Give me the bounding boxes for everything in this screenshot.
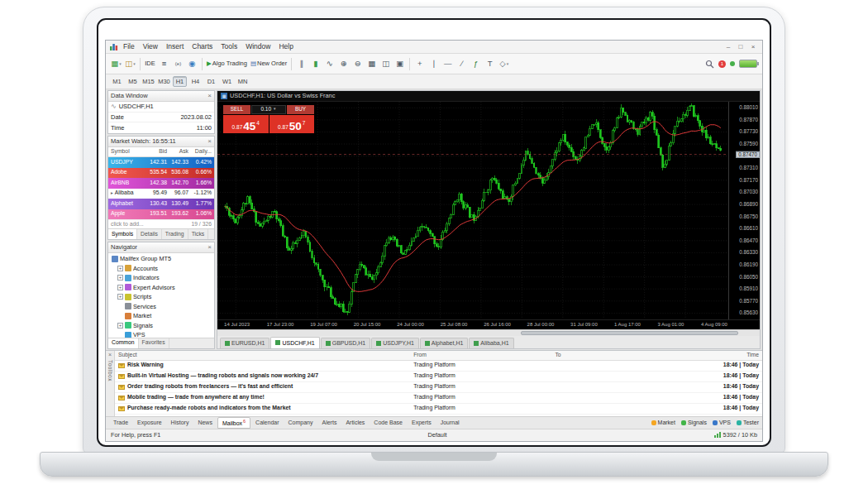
add-symbol-row[interactable]: click to add... 19 / 326 [108, 219, 214, 228]
shapes-icon[interactable]: ◇▾ [497, 56, 511, 71]
toolbox-tab-history[interactable]: History [167, 418, 193, 427]
minimize-button[interactable]: – [723, 42, 734, 51]
chart-tab-gbpusd-h1[interactable]: GBPUSD,H1 [321, 338, 370, 348]
close-icon[interactable]: × [108, 352, 112, 357]
chart-tab-alibaba-h1[interactable]: Alibaba,H1 [469, 338, 513, 348]
panel-link-tester[interactable]: Tester [737, 420, 759, 425]
line-chart-icon[interactable]: ∿ [322, 56, 336, 71]
bar-chart-icon[interactable]: ∥ [294, 56, 308, 71]
close-icon[interactable]: × [207, 138, 212, 145]
toolbox-tab-exposure[interactable]: Exposure [133, 418, 166, 427]
navigator-tab-common[interactable]: Common [108, 338, 139, 348]
community-icon[interactable]: ◉ [185, 56, 199, 71]
menu-file[interactable]: File [119, 41, 139, 52]
navigator-item-accounts[interactable]: +Accounts [108, 264, 214, 274]
timeframe-h1[interactable]: H1 [173, 76, 187, 87]
toolbox-tab-news[interactable]: News [193, 418, 217, 427]
tile-windows-icon[interactable]: ◫ [379, 56, 393, 71]
mailbox-row[interactable]: Built-in Virtual Hosting — trading robot… [115, 372, 762, 382]
timeframe-d1[interactable]: D1 [204, 76, 218, 87]
market-watch-tab-details[interactable]: Details [137, 229, 162, 239]
horizontal-scrollbar[interactable] [217, 329, 760, 336]
sell-price-button[interactable]: 0.87 45 4 [223, 115, 269, 133]
navigator-tab-favorites[interactable]: Favorites [139, 338, 169, 348]
volume-stepper[interactable]: 0.10 ▼ [251, 105, 286, 114]
expander-icon[interactable]: + [117, 285, 123, 290]
market-watch-tab-symbols[interactable]: Symbols [108, 229, 137, 239]
expander-icon[interactable]: + [117, 294, 123, 300]
navigator-item-expert-advisors[interactable]: +Expert Advisors [108, 283, 214, 293]
time-axis[interactable]: 14 Jul 202317 Jul 23:0019 Jul 07:0020 Ju… [217, 319, 760, 329]
grid-icon[interactable]: ▦ [365, 56, 379, 71]
mailbox-row[interactable]: Mobile trading — trade from anywhere at … [115, 393, 762, 404]
column-bid[interactable]: Bid [145, 149, 167, 155]
chart-tab-eurusd-h1[interactable]: EURUSD,H1 [220, 338, 269, 348]
navigator-item-market[interactable]: Market [108, 311, 214, 321]
vertical-line-icon[interactable]: ∣ [427, 56, 441, 71]
menu-view[interactable]: View [139, 41, 162, 52]
navigator-item-signals[interactable]: +Signals [108, 321, 214, 331]
profiles-icon[interactable]: ◫▾ [123, 56, 137, 71]
chart-tab-usdjpy-h1[interactable]: USDJPY,H1 [371, 338, 419, 348]
panel-link-market[interactable]: Market [651, 420, 675, 425]
menu-charts[interactable]: Charts [188, 41, 217, 52]
menu-insert[interactable]: Insert [162, 41, 188, 52]
mailbox-row[interactable]: Risk WarningTrading Platform18:46 | Toda… [115, 361, 762, 372]
market-watch-tab-ticks[interactable]: Ticks [188, 229, 209, 239]
timeframe-m1[interactable]: M1 [110, 76, 124, 87]
market-watch-row[interactable]: ▸Alibaba95.4996.07-1.12% [108, 189, 214, 199]
expander-icon[interactable]: + [117, 266, 123, 271]
navigator-item-services[interactable]: Services [108, 302, 214, 312]
candle-chart-icon[interactable]: ▮ [308, 56, 322, 71]
chart-tab-alphabet-h1[interactable]: Alphabet,H1 [420, 338, 469, 348]
toolbox-tab-articles[interactable]: Articles [341, 418, 369, 427]
column-subject[interactable]: Subject [115, 353, 413, 358]
panel-link-vps[interactable]: VPS [713, 420, 731, 425]
timeframe-w1[interactable]: W1 [220, 76, 234, 87]
expander-icon[interactable]: + [117, 323, 123, 329]
crosshair-icon[interactable]: + [413, 56, 427, 71]
chart-plot[interactable]: SELL 0.10 ▼ BUY [217, 102, 728, 319]
close-icon[interactable]: × [207, 244, 212, 251]
navigator-item-vps[interactable]: VPS [108, 330, 214, 338]
menu-help[interactable]: Help [274, 41, 297, 52]
buy-price-button[interactable]: 0.87 50 7 [269, 115, 315, 133]
market-watch-row[interactable]: Alphabet130.43130.491.77% [108, 199, 214, 209]
timeframe-h4[interactable]: H4 [188, 76, 203, 87]
mailbox-row[interactable]: Purchase ready-made robots and indicator… [115, 404, 762, 415]
column-to[interactable]: To [555, 353, 665, 358]
scrollbar-thumb[interactable] [521, 331, 737, 335]
menu-window[interactable]: Window [241, 41, 274, 52]
column-daily[interactable]: Daily... [188, 149, 214, 155]
navigator-item-scripts[interactable]: +Scripts [108, 292, 214, 302]
sell-button[interactable]: SELL [223, 105, 250, 114]
column-ask[interactable]: Ask [167, 149, 188, 155]
text-label-icon[interactable]: T [483, 56, 497, 71]
price-axis[interactable]: 0.880100.878700.877300.875900.874500.873… [728, 102, 760, 319]
profile-selector[interactable]: Default [427, 432, 446, 438]
toolbox-tab-trade[interactable]: Trade [109, 418, 132, 427]
algo-trading-icon[interactable]: ▶Algo Trading [205, 56, 249, 71]
timeframe-m5[interactable]: M5 [126, 76, 140, 87]
maximize-button[interactable]: □ [735, 42, 746, 51]
toolbox-tab-experts[interactable]: Experts [408, 418, 436, 427]
menu-tools[interactable]: Tools [217, 41, 241, 52]
cascade-windows-icon[interactable]: ▣ [393, 56, 407, 71]
notification-badge[interactable]: 1 [718, 60, 726, 68]
zoom-in-icon[interactable]: ⊕ [336, 56, 351, 71]
navigator-root[interactable]: Mailfex Group MT5 [108, 254, 214, 264]
toolbox-tab-calendar[interactable]: Calendar [251, 418, 283, 427]
timeframe-mn[interactable]: MN [236, 76, 250, 87]
mailbox-row[interactable]: Order trading robots from freelancers — … [115, 382, 762, 393]
timeframe-m30[interactable]: M30 [157, 76, 171, 87]
panel-link-signals[interactable]: Signals [681, 420, 707, 425]
search-icon[interactable] [705, 60, 714, 69]
market-watch-row[interactable]: USDJPY142.31142.330.42% [108, 157, 214, 168]
new-order-icon[interactable]: ▤New Order [249, 56, 289, 71]
terminal-icon[interactable]: ≡ [157, 56, 171, 71]
chart-tab-usdchf-h1[interactable]: USDCHF,H1 [270, 337, 319, 348]
toolbox-tab-code-base[interactable]: Code Base [370, 418, 407, 427]
buy-button[interactable]: BUY [287, 105, 314, 114]
close-button[interactable]: × [747, 42, 759, 51]
horizontal-line-icon[interactable]: ― [441, 56, 455, 71]
